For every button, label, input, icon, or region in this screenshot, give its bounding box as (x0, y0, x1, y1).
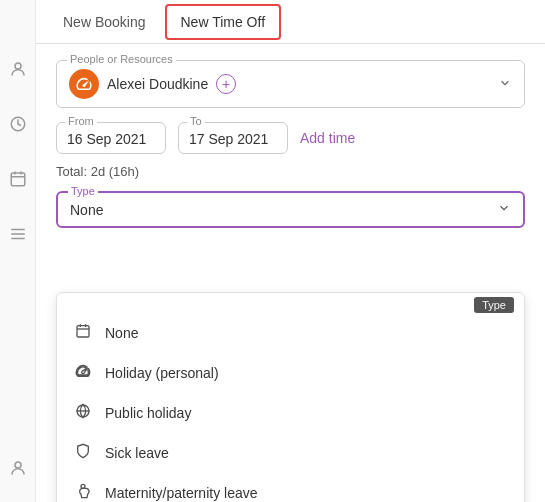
calendar-icon[interactable] (9, 170, 27, 193)
person-icon[interactable] (9, 60, 27, 83)
people-label: People or Resources (67, 53, 176, 65)
none-icon (73, 323, 93, 343)
total-text: Total: 2d (16h) (56, 164, 525, 179)
date-row: From 16 Sep 2021 To 17 Sep 2021 Add time (56, 122, 525, 154)
from-value: 16 Sep 2021 (67, 129, 155, 147)
type-tooltip: Type (474, 297, 514, 313)
dropdown-item-sick-leave[interactable]: Sick leave (57, 433, 524, 473)
tab-new-booking[interactable]: New Booking (48, 5, 161, 39)
none-label: None (105, 325, 138, 341)
tab-bar: New Booking New Time Off (36, 0, 545, 44)
add-person-button[interactable]: + (216, 74, 236, 94)
public-holiday-icon (73, 403, 93, 423)
dropdown-item-maternity[interactable]: Maternity/paternity leave (57, 473, 524, 502)
tab-new-time-off[interactable]: New Time Off (165, 4, 282, 40)
to-date-field[interactable]: To 17 Sep 2021 (178, 122, 288, 154)
main-panel: New Booking New Time Off People or Resou… (36, 0, 545, 502)
svg-rect-10 (77, 326, 89, 337)
people-field[interactable]: People or Resources Alexei Doudkine + (56, 60, 525, 108)
dropdown-item-holiday-personal[interactable]: Holiday (personal) (57, 353, 524, 393)
people-row: Alexei Doudkine + (69, 69, 512, 99)
holiday-personal-label: Holiday (personal) (105, 365, 219, 381)
holiday-personal-icon (73, 363, 93, 383)
user2-icon[interactable] (9, 459, 27, 482)
sick-leave-label: Sick leave (105, 445, 169, 461)
dropdown-item-none[interactable]: None (57, 313, 524, 353)
avatar (69, 69, 99, 99)
public-holiday-label: Public holiday (105, 405, 191, 421)
sidebar (0, 0, 36, 502)
form-area: People or Resources Alexei Doudkine + (36, 44, 545, 502)
svg-point-0 (15, 63, 21, 69)
add-time-button[interactable]: Add time (300, 130, 355, 146)
from-label: From (65, 115, 97, 127)
type-chevron-icon (497, 201, 511, 218)
maternity-icon (73, 483, 93, 502)
to-value: 17 Sep 2021 (189, 129, 277, 147)
type-dropdown: Type None Holiday (personal) Public holi… (56, 292, 525, 502)
clock-icon[interactable] (9, 115, 27, 138)
dropdown-item-public-holiday[interactable]: Public holiday (57, 393, 524, 433)
dropdown-header: Type (57, 293, 524, 313)
type-label: Type (68, 185, 98, 197)
people-chevron-icon (498, 76, 512, 93)
from-date-field[interactable]: From 16 Sep 2021 (56, 122, 166, 154)
person-name: Alexei Doudkine (107, 76, 208, 92)
people-left: Alexei Doudkine + (69, 69, 236, 99)
list-icon[interactable] (9, 225, 27, 248)
svg-rect-2 (11, 173, 25, 186)
maternity-label: Maternity/paternity leave (105, 485, 258, 501)
type-value: None (70, 202, 103, 218)
type-field[interactable]: Type None (56, 191, 525, 228)
svg-point-9 (15, 462, 21, 468)
sick-leave-icon (73, 443, 93, 463)
to-label: To (187, 115, 205, 127)
